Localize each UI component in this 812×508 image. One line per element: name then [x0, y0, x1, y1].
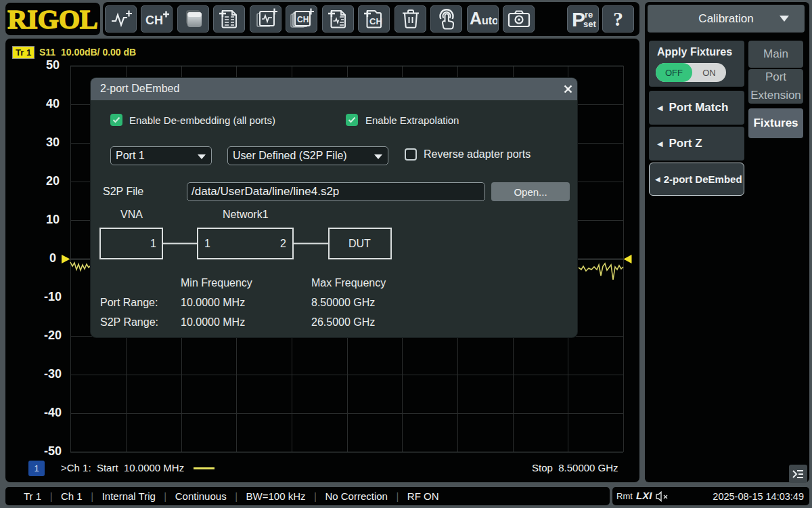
- svg-text:re: re: [585, 9, 593, 20]
- svg-text:set: set: [583, 19, 596, 29]
- svg-text:CH: CH: [297, 15, 309, 24]
- svg-text:uto: uto: [482, 15, 497, 26]
- svg-text:RIGOL: RIGOL: [7, 4, 97, 34]
- svg-text:1: 1: [204, 238, 210, 249]
- svg-text:DUT: DUT: [348, 238, 371, 249]
- svg-text:2: 2: [280, 238, 286, 249]
- svg-text:A: A: [470, 9, 482, 28]
- svg-text:CH: CH: [145, 14, 163, 27]
- svg-text:CH: CH: [369, 16, 382, 26]
- svg-text:1: 1: [150, 238, 156, 249]
